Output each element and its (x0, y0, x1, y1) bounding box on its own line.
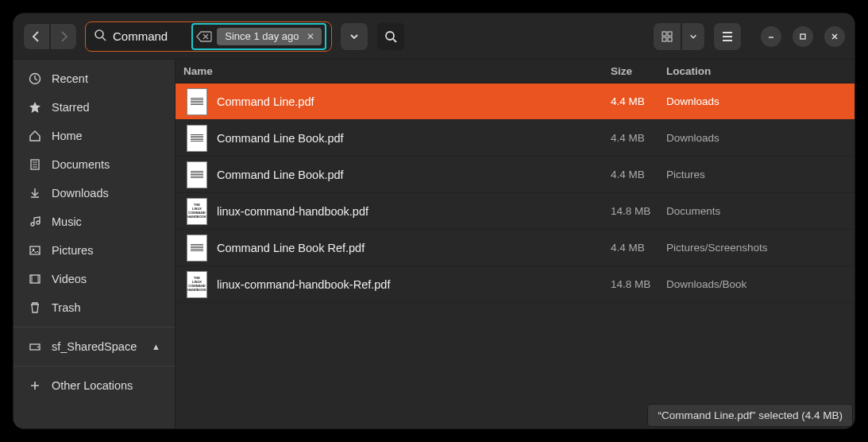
sidebar-item-label: Recent (52, 72, 88, 85)
search-bar: Since 1 day ago ✕ (85, 21, 332, 52)
sidebar-item-label: Downloads (52, 187, 109, 200)
music-icon (28, 215, 42, 228)
file-name: Command Line Book.pdf (217, 169, 344, 181)
file-location: Documents (666, 205, 854, 217)
filter-pill-close-icon[interactable]: ✕ (304, 30, 317, 43)
sidebar-item-label: Home (52, 130, 83, 142)
column-header-name[interactable]: Name (176, 65, 611, 77)
search-input[interactable] (113, 29, 185, 43)
svg-point-2 (386, 32, 394, 40)
svg-point-24 (37, 347, 39, 348)
pdf-thumbnail-icon (187, 88, 207, 115)
pictures-icon (28, 244, 42, 257)
backspace-icon[interactable] (196, 31, 212, 42)
file-size: 4.4 MB (611, 95, 666, 107)
forward-button[interactable] (50, 23, 77, 50)
sidebar-item-label: Trash (52, 301, 81, 314)
sidebar-divider (14, 366, 175, 366)
hamburger-menu-button[interactable] (713, 22, 742, 51)
sidebar-item-downloads[interactable]: Downloads (14, 179, 175, 207)
search-options-dropdown[interactable] (340, 22, 368, 51)
column-header-location[interactable]: Location (666, 65, 854, 77)
sidebar-item-label: Documents (52, 158, 110, 171)
sidebar-item-documents[interactable]: Documents (14, 150, 175, 179)
sidebar-item-videos[interactable]: Videos (14, 265, 175, 293)
svg-rect-5 (668, 32, 672, 36)
file-size: 14.8 MB (611, 278, 666, 290)
body: Recent Starred Home Documents Downloads … (14, 60, 854, 428)
svg-line-3 (393, 39, 396, 42)
minimize-button[interactable] (761, 26, 781, 47)
column-header-row: Name Size Location (176, 60, 854, 83)
filter-pill-date[interactable]: Since 1 day ago ✕ (217, 28, 321, 45)
file-name: Command Line Book Ref.pdf (217, 242, 365, 254)
sidebar-item-label: sf_SharedSpace (52, 340, 137, 353)
pdf-thumbnail-icon: THELINUXCOMMANDHANDBOOK (187, 271, 207, 298)
plus-icon (28, 380, 42, 391)
file-name: Command Line Book.pdf (217, 132, 344, 145)
sidebar-item-label: Videos (52, 273, 87, 285)
svg-rect-4 (662, 32, 666, 36)
file-location: Pictures (666, 169, 854, 180)
back-button[interactable] (23, 23, 50, 50)
svg-rect-18 (30, 246, 40, 254)
column-header-size[interactable]: Size (611, 65, 666, 77)
pdf-thumbnail-icon: THELINUXCOMMANDHANDBOOK (187, 198, 207, 225)
filter-highlight-box: Since 1 day ago ✕ (191, 23, 326, 50)
sidebar-item-label: Music (52, 215, 82, 228)
downloads-icon (28, 187, 42, 200)
file-list: Command Line.pdf4.4 MBDownloadsCommand L… (176, 83, 854, 303)
headerbar: Since 1 day ago ✕ (14, 14, 854, 60)
sidebar-item-starred[interactable]: Starred (14, 93, 175, 122)
nav-group (23, 23, 77, 50)
star-icon (28, 101, 42, 114)
search-toggle-button[interactable] (376, 22, 405, 51)
file-manager-window: Since 1 day ago ✕ (13, 13, 855, 429)
file-location: Pictures/Screenshots (666, 242, 854, 254)
status-bar: “Command Line.pdf” selected (4.4 MB) (647, 404, 853, 427)
file-location: Downloads/Book (666, 278, 854, 290)
sidebar-item-pictures[interactable]: Pictures (14, 236, 175, 265)
grid-view-button[interactable] (653, 22, 681, 51)
sidebar-item-music[interactable]: Music (14, 207, 175, 236)
eject-icon[interactable]: ▲ (152, 342, 160, 351)
file-size: 4.4 MB (611, 242, 666, 254)
svg-rect-7 (668, 37, 672, 41)
file-row[interactable]: Command Line Book.pdf4.4 MBDownloads (176, 120, 854, 157)
file-name: Command Line.pdf (217, 95, 314, 108)
sidebar-item-mount[interactable]: sf_SharedSpace ▲ (14, 332, 175, 361)
file-size: 14.8 MB (611, 205, 666, 217)
window-controls (761, 26, 845, 47)
maximize-button[interactable] (793, 26, 813, 47)
file-location: Downloads (666, 95, 854, 107)
main-pane: Name Size Location Command Line.pdf4.4 M… (176, 60, 854, 428)
view-dropdown-button[interactable] (681, 22, 705, 51)
file-row[interactable]: Command Line Book Ref.pdf4.4 MBPictures/… (176, 230, 854, 266)
sidebar-item-label: Pictures (52, 244, 93, 257)
filter-pill-label: Since 1 day ago (225, 30, 299, 42)
close-button[interactable] (824, 26, 845, 47)
svg-rect-6 (662, 37, 666, 41)
sidebar-item-other-locations[interactable]: Other Locations (14, 371, 175, 400)
pdf-thumbnail-icon (187, 235, 207, 262)
sidebar-divider (14, 327, 175, 328)
view-mode-split (653, 22, 705, 51)
sidebar-item-recent[interactable]: Recent (14, 64, 175, 93)
search-icon (94, 29, 106, 44)
file-row[interactable]: Command Line Book.pdf4.4 MBPictures (176, 157, 854, 193)
pdf-thumbnail-icon (187, 125, 207, 152)
file-size: 4.4 MB (611, 169, 666, 180)
documents-icon (28, 158, 42, 171)
sidebar: Recent Starred Home Documents Downloads … (14, 60, 176, 428)
svg-rect-12 (800, 34, 805, 39)
drive-icon (28, 340, 42, 353)
home-icon (28, 130, 42, 142)
file-row[interactable]: Command Line.pdf4.4 MBDownloads (176, 83, 854, 120)
file-row[interactable]: THELINUXCOMMANDHANDBOOKlinux-command-han… (176, 193, 854, 230)
file-location: Downloads (666, 132, 854, 144)
sidebar-item-trash[interactable]: Trash (14, 293, 175, 322)
file-row[interactable]: THELINUXCOMMANDHANDBOOKlinux-command-han… (176, 266, 854, 303)
sidebar-item-label: Starred (52, 101, 90, 114)
sidebar-item-home[interactable]: Home (14, 122, 175, 150)
clock-icon (28, 72, 42, 85)
